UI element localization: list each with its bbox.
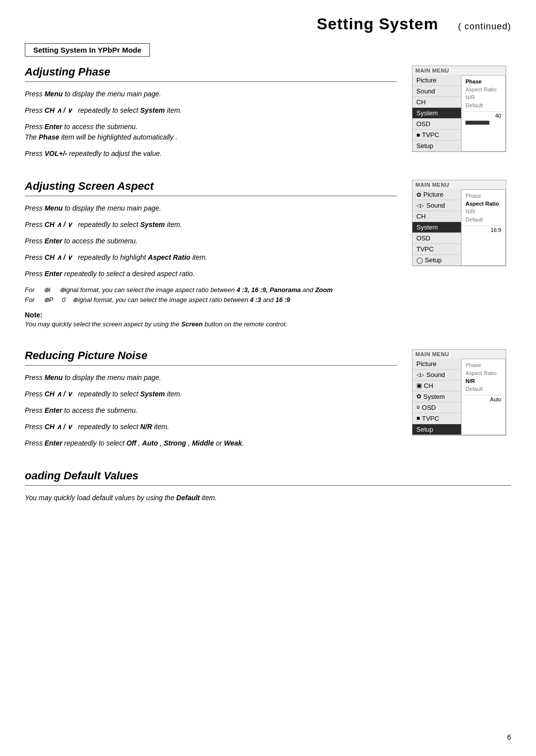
aspect-menu-item-picture: ✿Picture: [412, 189, 461, 200]
sub-item-phase: Phase: [464, 77, 503, 85]
phase-instruction-2: Press CH ∧ / ∨ repeatedly to select Syst…: [25, 105, 397, 116]
noise-sub-nr: N/R: [464, 377, 503, 385]
menu-item-ch: CH: [412, 97, 461, 108]
noise-menu-item-system: ✿System: [412, 391, 461, 402]
aspect-instruction-2: Press CH ∧ / ∨ repeatedly to select Syst…: [25, 220, 397, 230]
loading-default-values-section: oading Default Values You may quickly lo…: [25, 469, 511, 503]
adjusting-screen-aspect-section: Adjusting Screen Aspect Press Menu to di…: [25, 180, 511, 334]
adjusting-screen-aspect-title: Adjusting Screen Aspect: [25, 180, 397, 193]
header-subtitle: ( continued): [458, 21, 511, 31]
noise-sub-aspect-ratio: Aspect Ratio: [464, 369, 503, 377]
aspect-menu-item-osd: OSD: [412, 233, 461, 244]
noise-instruction-3: Press Enter to access the submenu.: [25, 405, 397, 416]
sub-item-nr: N/R: [464, 93, 503, 101]
noise-instruction-1: Press Menu to display the menu main page…: [25, 373, 397, 383]
aspect-for-lines: For ⊕i ⊕ignal format, you can select the…: [25, 285, 397, 304]
aspect-menu-diagram: MAIN MENU ✿Picture ◁▷Sound CH System OSD…: [412, 180, 511, 334]
noise-sub-phase: Phase: [464, 361, 503, 369]
adjusting-phase-title: Adjusting Phase: [25, 66, 397, 78]
sub-value-phase: 40: [464, 111, 503, 120]
noise-menu-header: MAIN MENU: [412, 350, 506, 359]
phase-menu-header: MAIN MENU: [412, 66, 506, 75]
aspect-sub-aspect-ratio: Aspect Ratio: [464, 200, 503, 208]
aspect-sub-default: Default: [464, 216, 503, 224]
aspect-menu-item-system-selected: System: [412, 222, 461, 233]
value-bar: [466, 121, 489, 125]
phase-sub-panel: Phase Aspect Ratio N/R Default 40: [461, 75, 506, 151]
phase-instruction-1: Press Menu to display the menu main page…: [25, 89, 397, 99]
aspect-sub-nr: N/R: [464, 208, 503, 216]
noise-sub-default: Default: [464, 385, 503, 393]
loading-default-values-title: oading Default Values: [25, 469, 511, 482]
reducing-picture-noise-title: Reducing Picture Noise: [25, 349, 397, 362]
reducing-picture-noise-content: Reducing Picture Noise Press Menu to dis…: [25, 349, 412, 454]
header-title: Setting System: [317, 15, 438, 33]
sub-item-default: Default: [464, 101, 503, 109]
phase-instruction-4: Press VOL+/- repeatedly to adjust the va…: [25, 149, 397, 159]
adjusting-phase-content: Adjusting Phase Press Menu to display th…: [25, 66, 412, 165]
aspect-instruction-3: Press Enter to access the submenu.: [25, 236, 397, 246]
aspect-menu-item-setup: ◯Setup: [412, 255, 461, 266]
aspect-menu-item-ch: CH: [412, 211, 461, 222]
menu-item-system-selected: System: [412, 108, 461, 119]
loading-default-values-text: You may quickly load default values by u…: [25, 493, 511, 503]
aspect-instruction-5: Press Enter repeatedly to select a desir…: [25, 269, 397, 279]
aspect-sub-phase: Phase: [464, 192, 503, 200]
aspect-instruction-4: Press CH ∧ / ∨ repeatedly to highlight A…: [25, 252, 397, 263]
aspect-note: Note: You may quickly select the screen …: [25, 310, 397, 329]
page-header: Setting System ( continued): [25, 15, 511, 33]
noise-menu-item-tvpc: ■TVPC: [412, 413, 461, 424]
menu-item-setup: Setup: [412, 141, 461, 151]
reducing-picture-noise-section: Reducing Picture Noise Press Menu to dis…: [25, 349, 511, 454]
adjusting-phase-section: Adjusting Phase Press Menu to display th…: [25, 66, 511, 165]
noise-menu-diagram: MAIN MENU Picture ◁▷Sound ▣CH ✿System ≡O…: [412, 349, 511, 454]
section-box: Setting System In YPbPr Mode: [25, 43, 150, 57]
menu-item-tvpc: ■TVPC: [412, 130, 461, 141]
noise-menu-item-ch: ▣CH: [412, 380, 461, 391]
noise-sub-panel: Phase Aspect Ratio N/R Default Auto: [461, 359, 506, 435]
noise-instruction-4: Press CH ∧ / ∨ repeatedly to select N/R …: [25, 422, 397, 432]
aspect-menu-header: MAIN MENU: [412, 180, 506, 189]
page-number: 6: [507, 733, 511, 741]
noise-menu-item-sound: ◁▷Sound: [412, 370, 461, 380]
menu-item-sound: Sound: [412, 86, 461, 97]
aspect-menu-item-tvpc: TVPC: [412, 244, 461, 255]
noise-instruction-5: Press Enter repeatedly to select Off , A…: [25, 438, 397, 449]
menu-item-picture: Picture: [412, 75, 461, 86]
phase-instruction-3: Press Enter to access the submenu. The P…: [25, 122, 397, 143]
noise-menu-item-osd: ≡OSD: [412, 402, 461, 413]
aspect-sub-value: 16:9: [464, 226, 503, 234]
aspect-sub-panel: Phase Aspect Ratio N/R Default 16:9: [461, 189, 506, 266]
noise-menu-item-picture: Picture: [412, 359, 461, 370]
adjusting-screen-aspect-content: Adjusting Screen Aspect Press Menu to di…: [25, 180, 412, 334]
aspect-menu-item-sound: ◁▷Sound: [412, 200, 461, 211]
noise-menu-item-setup-selected: Setup: [412, 424, 461, 435]
menu-item-osd: OSD: [412, 119, 461, 130]
noise-sub-value: Auto: [464, 395, 503, 403]
aspect-instruction-1: Press Menu to display the menu main page…: [25, 203, 397, 214]
phase-menu-diagram: MAIN MENU Picture Sound CH System OSD ■T…: [412, 66, 511, 165]
noise-instruction-2: Press CH ∧ / ∨ repeatedly to select Syst…: [25, 389, 397, 399]
sub-item-aspect-ratio: Aspect Ratio: [464, 85, 503, 93]
